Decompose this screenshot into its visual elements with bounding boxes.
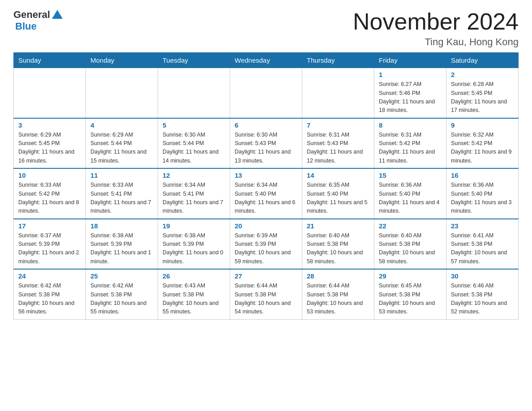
logo: General Blue: [13, 9, 63, 32]
day-info: Sunrise: 6:34 AMSunset: 5:41 PMDaylight:…: [163, 181, 225, 216]
table-row: [230, 68, 302, 118]
col-thursday: Thursday: [302, 53, 374, 68]
title-area: November 2024 Ting Kau, Hong Kong: [353, 9, 519, 48]
day-number: 2: [451, 71, 514, 78]
day-info: Sunrise: 6:43 AMSunset: 5:38 PMDaylight:…: [163, 282, 225, 317]
day-info: Sunrise: 6:44 AMSunset: 5:38 PMDaylight:…: [235, 282, 297, 317]
day-number: 23: [451, 222, 514, 230]
page-header: General Blue November 2024 Ting Kau, Hon…: [13, 9, 519, 48]
day-info: Sunrise: 6:38 AMSunset: 5:39 PMDaylight:…: [90, 231, 153, 266]
day-number: 13: [235, 171, 297, 179]
table-row: 2 Sunrise: 6:28 AMSunset: 5:45 PMDayligh…: [446, 68, 519, 118]
table-row: 29 Sunrise: 6:45 AMSunset: 5:38 PMDaylig…: [374, 269, 446, 319]
day-info: Sunrise: 6:33 AMSunset: 5:42 PMDaylight:…: [18, 181, 81, 216]
table-row: [302, 68, 374, 118]
table-row: 12 Sunrise: 6:34 AMSunset: 5:41 PMDaylig…: [158, 168, 230, 219]
day-number: 15: [379, 171, 442, 179]
day-info: Sunrise: 6:32 AMSunset: 5:42 PMDaylight:…: [451, 131, 514, 166]
day-info: Sunrise: 6:30 AMSunset: 5:43 PMDaylight:…: [235, 131, 297, 166]
day-number: 6: [235, 121, 297, 129]
day-info: Sunrise: 6:29 AMSunset: 5:44 PMDaylight:…: [90, 131, 153, 166]
day-info: Sunrise: 6:38 AMSunset: 5:39 PMDaylight:…: [163, 231, 225, 266]
day-number: 7: [307, 121, 369, 129]
day-info: Sunrise: 6:31 AMSunset: 5:43 PMDaylight:…: [307, 131, 369, 166]
day-number: 21: [307, 222, 369, 230]
day-number: 1: [379, 71, 442, 78]
table-row: 1 Sunrise: 6:27 AMSunset: 5:46 PMDayligh…: [374, 68, 446, 118]
table-row: 15 Sunrise: 6:36 AMSunset: 5:40 PMDaylig…: [374, 168, 446, 219]
calendar-week-row: 10 Sunrise: 6:33 AMSunset: 5:42 PMDaylig…: [14, 168, 519, 219]
day-number: 17: [18, 222, 81, 230]
table-row: [86, 68, 158, 118]
table-row: 22 Sunrise: 6:40 AMSunset: 5:38 PMDaylig…: [374, 219, 446, 270]
table-row: 8 Sunrise: 6:31 AMSunset: 5:42 PMDayligh…: [374, 118, 446, 169]
day-info: Sunrise: 6:40 AMSunset: 5:38 PMDaylight:…: [307, 231, 369, 266]
day-number: 25: [90, 272, 153, 280]
table-row: 9 Sunrise: 6:32 AMSunset: 5:42 PMDayligh…: [446, 118, 519, 169]
day-info: Sunrise: 6:34 AMSunset: 5:40 PMDaylight:…: [235, 181, 297, 216]
table-row: 20 Sunrise: 6:39 AMSunset: 5:39 PMDaylig…: [230, 219, 302, 270]
day-number: 9: [451, 121, 514, 129]
table-row: 23 Sunrise: 6:41 AMSunset: 5:38 PMDaylig…: [446, 219, 519, 270]
day-info: Sunrise: 6:29 AMSunset: 5:45 PMDaylight:…: [18, 131, 81, 166]
day-info: Sunrise: 6:28 AMSunset: 5:45 PMDaylight:…: [451, 80, 514, 115]
day-info: Sunrise: 6:37 AMSunset: 5:39 PMDaylight:…: [18, 231, 81, 266]
day-number: 27: [235, 272, 297, 280]
col-monday: Monday: [86, 53, 158, 68]
col-wednesday: Wednesday: [230, 53, 302, 68]
logo-blue-text: Blue: [15, 21, 37, 32]
table-row: [14, 68, 86, 118]
day-number: 29: [379, 272, 442, 280]
day-number: 12: [163, 171, 225, 179]
day-info: Sunrise: 6:45 AMSunset: 5:38 PMDaylight:…: [379, 282, 442, 317]
table-row: 10 Sunrise: 6:33 AMSunset: 5:42 PMDaylig…: [14, 168, 86, 219]
calendar-table: Sunday Monday Tuesday Wednesday Thursday…: [13, 52, 519, 320]
table-row: 7 Sunrise: 6:31 AMSunset: 5:43 PMDayligh…: [302, 118, 374, 169]
logo-triangle-icon: [52, 10, 63, 19]
table-row: 26 Sunrise: 6:43 AMSunset: 5:38 PMDaylig…: [158, 269, 230, 319]
calendar-week-row: 24 Sunrise: 6:42 AMSunset: 5:38 PMDaylig…: [14, 269, 519, 319]
col-friday: Friday: [374, 53, 446, 68]
day-info: Sunrise: 6:42 AMSunset: 5:38 PMDaylight:…: [90, 282, 153, 317]
day-info: Sunrise: 6:36 AMSunset: 5:40 PMDaylight:…: [451, 181, 514, 216]
day-info: Sunrise: 6:27 AMSunset: 5:46 PMDaylight:…: [379, 80, 442, 115]
day-info: Sunrise: 6:36 AMSunset: 5:40 PMDaylight:…: [379, 181, 442, 216]
day-info: Sunrise: 6:41 AMSunset: 5:38 PMDaylight:…: [451, 231, 514, 266]
day-number: 22: [379, 222, 442, 230]
day-number: 14: [307, 171, 369, 179]
table-row: 19 Sunrise: 6:38 AMSunset: 5:39 PMDaylig…: [158, 219, 230, 270]
day-info: Sunrise: 6:30 AMSunset: 5:44 PMDaylight:…: [163, 131, 225, 166]
day-number: 16: [451, 171, 514, 179]
table-row: 17 Sunrise: 6:37 AMSunset: 5:39 PMDaylig…: [14, 219, 86, 270]
table-row: 6 Sunrise: 6:30 AMSunset: 5:43 PMDayligh…: [230, 118, 302, 169]
table-row: 16 Sunrise: 6:36 AMSunset: 5:40 PMDaylig…: [446, 168, 519, 219]
day-number: 26: [163, 272, 225, 280]
table-row: 28 Sunrise: 6:44 AMSunset: 5:38 PMDaylig…: [302, 269, 374, 319]
table-row: 5 Sunrise: 6:30 AMSunset: 5:44 PMDayligh…: [158, 118, 230, 169]
day-info: Sunrise: 6:33 AMSunset: 5:41 PMDaylight:…: [90, 181, 153, 216]
table-row: 14 Sunrise: 6:35 AMSunset: 5:40 PMDaylig…: [302, 168, 374, 219]
day-info: Sunrise: 6:35 AMSunset: 5:40 PMDaylight:…: [307, 181, 369, 216]
day-number: 20: [235, 222, 297, 230]
calendar-week-row: 17 Sunrise: 6:37 AMSunset: 5:39 PMDaylig…: [14, 219, 519, 270]
day-info: Sunrise: 6:31 AMSunset: 5:42 PMDaylight:…: [379, 131, 442, 166]
calendar-header-row: Sunday Monday Tuesday Wednesday Thursday…: [14, 53, 519, 68]
day-info: Sunrise: 6:39 AMSunset: 5:39 PMDaylight:…: [235, 231, 297, 266]
day-number: 8: [379, 121, 442, 129]
col-tuesday: Tuesday: [158, 53, 230, 68]
day-number: 28: [307, 272, 369, 280]
day-number: 11: [90, 171, 153, 179]
logo-general-text: General: [13, 9, 50, 21]
table-row: 27 Sunrise: 6:44 AMSunset: 5:38 PMDaylig…: [230, 269, 302, 319]
calendar-week-row: 1 Sunrise: 6:27 AMSunset: 5:46 PMDayligh…: [14, 68, 519, 118]
table-row: 21 Sunrise: 6:40 AMSunset: 5:38 PMDaylig…: [302, 219, 374, 270]
table-row: 4 Sunrise: 6:29 AMSunset: 5:44 PMDayligh…: [86, 118, 158, 169]
table-row: [158, 68, 230, 118]
table-row: 24 Sunrise: 6:42 AMSunset: 5:38 PMDaylig…: [14, 269, 86, 319]
day-info: Sunrise: 6:40 AMSunset: 5:38 PMDaylight:…: [379, 231, 442, 266]
col-saturday: Saturday: [446, 53, 519, 68]
col-sunday: Sunday: [14, 53, 86, 68]
day-number: 30: [451, 272, 514, 280]
table-row: 11 Sunrise: 6:33 AMSunset: 5:41 PMDaylig…: [86, 168, 158, 219]
table-row: 25 Sunrise: 6:42 AMSunset: 5:38 PMDaylig…: [86, 269, 158, 319]
